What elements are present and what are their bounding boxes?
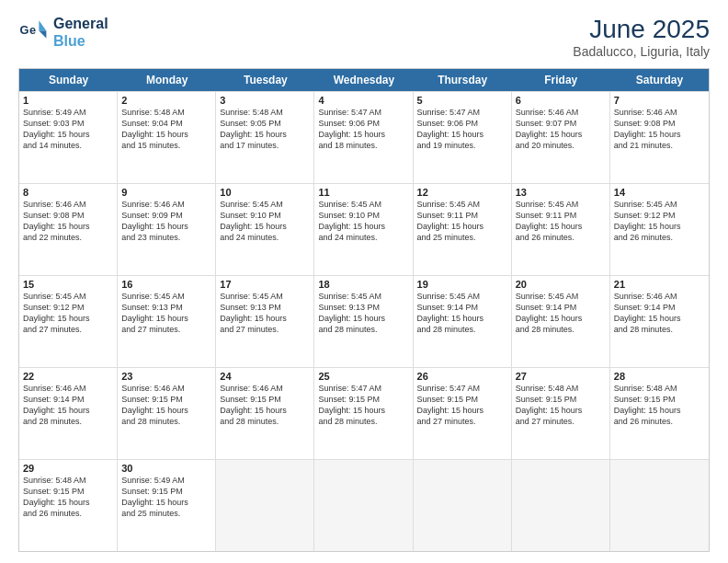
calendar-cell: 17Sunrise: 5:45 AMSunset: 9:13 PMDayligh… — [216, 276, 314, 367]
day-number: 21 — [614, 279, 705, 290]
day-number: 6 — [516, 95, 606, 106]
title-block: June 2025 Badalucco, Liguria, Italy — [573, 15, 710, 59]
calendar-row: 8Sunrise: 5:46 AMSunset: 9:08 PMDaylight… — [19, 183, 709, 275]
logo: G e General Blue — [18, 15, 108, 50]
calendar-row: 15Sunrise: 5:45 AMSunset: 9:12 PMDayligh… — [19, 275, 709, 367]
day-number: 7 — [614, 95, 705, 106]
logo-text: General Blue — [53, 15, 108, 50]
day-number: 19 — [417, 279, 507, 290]
day-number: 15 — [23, 279, 113, 290]
day-number: 5 — [417, 95, 507, 106]
calendar-cell: 14Sunrise: 5:45 AMSunset: 9:12 PMDayligh… — [610, 184, 709, 275]
cell-sun-info: Sunrise: 5:49 AMSunset: 9:15 PMDaylight:… — [121, 475, 211, 520]
header: G e General Blue June 2025 Badalucco, Li… — [18, 15, 710, 59]
cell-sun-info: Sunrise: 5:45 AMSunset: 9:10 PMDaylight:… — [220, 199, 310, 244]
calendar-cell: 29Sunrise: 5:48 AMSunset: 9:15 PMDayligh… — [19, 460, 118, 551]
calendar-row: 22Sunrise: 5:46 AMSunset: 9:14 PMDayligh… — [19, 367, 709, 459]
cell-sun-info: Sunrise: 5:47 AMSunset: 9:06 PMDaylight:… — [318, 107, 408, 152]
calendar-cell — [314, 460, 413, 551]
cell-sun-info: Sunrise: 5:45 AMSunset: 9:14 PMDaylight:… — [417, 291, 507, 336]
main-title: June 2025 — [573, 15, 710, 44]
page: G e General Blue June 2025 Badalucco, Li… — [0, 0, 728, 563]
day-number: 10 — [220, 187, 310, 198]
calendar-cell: 10Sunrise: 5:45 AMSunset: 9:10 PMDayligh… — [216, 184, 314, 275]
day-number: 28 — [614, 371, 705, 382]
calendar-cell: 26Sunrise: 5:47 AMSunset: 9:15 PMDayligh… — [414, 368, 512, 459]
day-number: 20 — [516, 279, 606, 290]
cell-sun-info: Sunrise: 5:46 AMSunset: 9:15 PMDaylight:… — [220, 383, 310, 428]
day-header: Monday — [118, 69, 216, 91]
cell-sun-info: Sunrise: 5:45 AMSunset: 9:13 PMDaylight:… — [220, 291, 310, 336]
cell-sun-info: Sunrise: 5:45 AMSunset: 9:11 PMDaylight:… — [516, 199, 606, 244]
day-number: 18 — [318, 279, 408, 290]
day-number: 3 — [220, 95, 310, 106]
day-header: Friday — [512, 69, 610, 91]
day-number: 1 — [23, 95, 113, 106]
day-number: 17 — [220, 279, 310, 290]
cell-sun-info: Sunrise: 5:48 AMSunset: 9:05 PMDaylight:… — [220, 107, 310, 152]
cell-sun-info: Sunrise: 5:45 AMSunset: 9:11 PMDaylight:… — [417, 199, 507, 244]
cell-sun-info: Sunrise: 5:48 AMSunset: 9:15 PMDaylight:… — [614, 383, 705, 428]
day-number: 26 — [417, 371, 507, 382]
cell-sun-info: Sunrise: 5:48 AMSunset: 9:15 PMDaylight:… — [516, 383, 606, 428]
calendar-cell: 15Sunrise: 5:45 AMSunset: 9:12 PMDayligh… — [19, 276, 118, 367]
calendar-cell: 3Sunrise: 5:48 AMSunset: 9:05 PMDaylight… — [216, 92, 314, 183]
calendar-cell: 22Sunrise: 5:46 AMSunset: 9:14 PMDayligh… — [19, 368, 118, 459]
day-header: Saturday — [610, 69, 709, 91]
calendar-cell: 18Sunrise: 5:45 AMSunset: 9:13 PMDayligh… — [314, 276, 413, 367]
calendar: SundayMondayTuesdayWednesdayThursdayFrid… — [18, 68, 710, 552]
day-number: 9 — [121, 187, 211, 198]
day-number: 30 — [121, 463, 211, 474]
day-number: 11 — [318, 187, 408, 198]
day-number: 23 — [121, 371, 211, 382]
cell-sun-info: Sunrise: 5:47 AMSunset: 9:06 PMDaylight:… — [417, 107, 507, 152]
calendar-header: SundayMondayTuesdayWednesdayThursdayFrid… — [19, 69, 709, 91]
cell-sun-info: Sunrise: 5:47 AMSunset: 9:15 PMDaylight:… — [417, 383, 507, 428]
svg-text:e: e — [29, 23, 36, 37]
day-number: 16 — [121, 279, 211, 290]
calendar-cell — [512, 460, 610, 551]
calendar-row: 29Sunrise: 5:48 AMSunset: 9:15 PMDayligh… — [19, 459, 709, 551]
day-number: 14 — [614, 187, 705, 198]
day-number: 12 — [417, 187, 507, 198]
calendar-cell: 21Sunrise: 5:46 AMSunset: 9:14 PMDayligh… — [610, 276, 709, 367]
cell-sun-info: Sunrise: 5:45 AMSunset: 9:12 PMDaylight:… — [23, 291, 113, 336]
cell-sun-info: Sunrise: 5:46 AMSunset: 9:14 PMDaylight:… — [23, 383, 113, 428]
calendar-cell: 6Sunrise: 5:46 AMSunset: 9:07 PMDaylight… — [512, 92, 610, 183]
calendar-cell: 9Sunrise: 5:46 AMSunset: 9:09 PMDaylight… — [118, 184, 216, 275]
cell-sun-info: Sunrise: 5:45 AMSunset: 9:13 PMDaylight:… — [318, 291, 408, 336]
calendar-cell: 2Sunrise: 5:48 AMSunset: 9:04 PMDaylight… — [118, 92, 216, 183]
subtitle: Badalucco, Liguria, Italy — [573, 44, 710, 59]
day-number: 22 — [23, 371, 113, 382]
calendar-cell — [414, 460, 512, 551]
calendar-cell: 11Sunrise: 5:45 AMSunset: 9:10 PMDayligh… — [314, 184, 413, 275]
calendar-cell: 12Sunrise: 5:45 AMSunset: 9:11 PMDayligh… — [414, 184, 512, 275]
calendar-cell: 16Sunrise: 5:45 AMSunset: 9:13 PMDayligh… — [118, 276, 216, 367]
day-number: 24 — [220, 371, 310, 382]
day-number: 25 — [318, 371, 408, 382]
calendar-body: 1Sunrise: 5:49 AMSunset: 9:03 PMDaylight… — [19, 91, 709, 551]
cell-sun-info: Sunrise: 5:48 AMSunset: 9:15 PMDaylight:… — [23, 475, 113, 520]
calendar-cell: 30Sunrise: 5:49 AMSunset: 9:15 PMDayligh… — [118, 460, 216, 551]
cell-sun-info: Sunrise: 5:46 AMSunset: 9:15 PMDaylight:… — [121, 383, 211, 428]
day-header: Wednesday — [314, 69, 413, 91]
day-header: Tuesday — [216, 69, 314, 91]
cell-sun-info: Sunrise: 5:45 AMSunset: 9:10 PMDaylight:… — [318, 199, 408, 244]
calendar-cell: 8Sunrise: 5:46 AMSunset: 9:08 PMDaylight… — [19, 184, 118, 275]
calendar-row: 1Sunrise: 5:49 AMSunset: 9:03 PMDaylight… — [19, 91, 709, 183]
calendar-cell: 19Sunrise: 5:45 AMSunset: 9:14 PMDayligh… — [414, 276, 512, 367]
day-header: Thursday — [414, 69, 512, 91]
calendar-cell: 13Sunrise: 5:45 AMSunset: 9:11 PMDayligh… — [512, 184, 610, 275]
day-number: 29 — [23, 463, 113, 474]
logo-icon: G e — [18, 17, 48, 47]
calendar-cell — [216, 460, 314, 551]
calendar-cell: 24Sunrise: 5:46 AMSunset: 9:15 PMDayligh… — [216, 368, 314, 459]
day-number: 4 — [318, 95, 408, 106]
calendar-cell: 4Sunrise: 5:47 AMSunset: 9:06 PMDaylight… — [314, 92, 413, 183]
calendar-cell: 25Sunrise: 5:47 AMSunset: 9:15 PMDayligh… — [314, 368, 413, 459]
calendar-cell: 1Sunrise: 5:49 AMSunset: 9:03 PMDaylight… — [19, 92, 118, 183]
logo-line1: General — [53, 15, 108, 32]
calendar-cell: 27Sunrise: 5:48 AMSunset: 9:15 PMDayligh… — [512, 368, 610, 459]
cell-sun-info: Sunrise: 5:47 AMSunset: 9:15 PMDaylight:… — [318, 383, 408, 428]
day-number: 2 — [121, 95, 211, 106]
